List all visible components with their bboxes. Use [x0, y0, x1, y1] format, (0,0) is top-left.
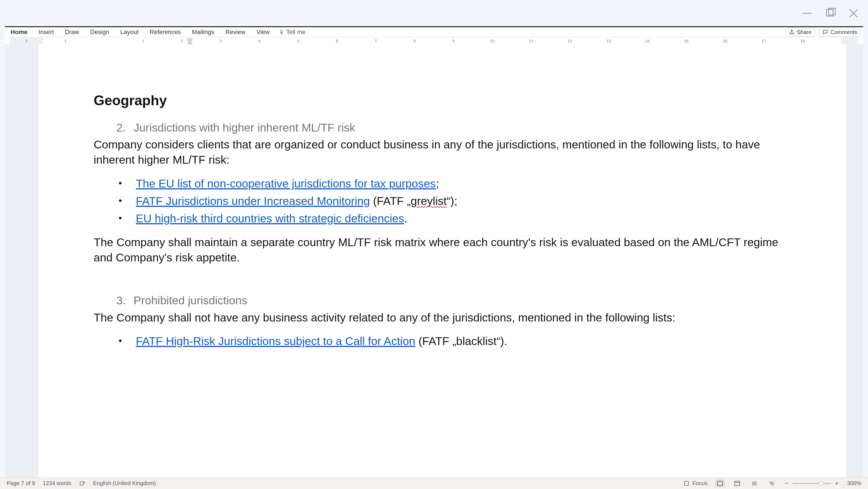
web-layout-icon: [734, 481, 740, 486]
tab-view[interactable]: View: [251, 27, 275, 37]
ruler-tick: 12: [567, 38, 572, 43]
list-heading-text: Prohibited jurisdictions: [133, 293, 247, 308]
text: “);: [447, 195, 458, 207]
svg-rect-11: [717, 481, 722, 486]
ruler-tick: 9: [452, 38, 455, 43]
numbered-heading-3: 3. Prohibited jurisdictions: [116, 293, 791, 308]
tab-references[interactable]: References: [144, 27, 187, 37]
ruler-tick: 13: [607, 38, 611, 43]
focus-mode-button[interactable]: Focus: [683, 480, 707, 487]
heading-geography: Geography: [94, 91, 791, 110]
document-workspace[interactable]: Geography 2. Jurisdictions with higher i…: [5, 44, 863, 477]
window-maximize-button[interactable]: [824, 7, 836, 20]
horizontal-ruler[interactable]: 2 1 1 2 3 4 5 6 7 8 9 10 11 12 13 14 15 …: [10, 37, 858, 44]
hyperlink-eu-high-risk[interactable]: EU high-risk third countries with strate…: [136, 212, 404, 225]
ruler-tick: 5: [297, 38, 299, 43]
tab-insert[interactable]: Insert: [33, 27, 59, 37]
status-word-count[interactable]: 1234 words: [43, 480, 71, 487]
text: (FATF „: [370, 195, 411, 207]
ruler-tick: 10: [490, 38, 495, 43]
tab-mailings[interactable]: Mailings: [187, 27, 220, 37]
window-minimize-button[interactable]: [801, 7, 813, 20]
list-item: FATF High-Risk Jurisdictions subject to …: [119, 334, 791, 349]
window-close-button[interactable]: [847, 7, 860, 20]
status-language[interactable]: English (United Kingdom): [93, 480, 156, 487]
ruler-tick: 2: [26, 38, 28, 43]
tell-me-search[interactable]: Tell me: [275, 27, 310, 37]
window-titlebar: [0, 0, 868, 26]
tab-review[interactable]: Review: [220, 27, 251, 37]
svg-rect-7: [80, 482, 84, 485]
lightbulb-icon: [279, 30, 284, 35]
tab-draw[interactable]: Draw: [59, 27, 85, 37]
svg-rect-10: [685, 481, 689, 485]
ruler-tick: 11: [529, 38, 533, 43]
svg-rect-12: [735, 481, 740, 486]
ribbon-container: Home Insert Draw Design Layout Reference…: [5, 26, 863, 44]
spelling-error[interactable]: greylist: [411, 195, 447, 207]
svg-marker-6: [187, 42, 192, 44]
ruler-tick: 2: [181, 38, 183, 43]
list-number: 2.: [116, 120, 126, 135]
paragraph: Company considers clients that are organ…: [94, 137, 791, 168]
comments-label: Comments: [830, 29, 857, 35]
ruler-tick: 15: [684, 38, 689, 43]
ruler-tick: 17: [762, 38, 766, 43]
document-page[interactable]: Geography 2. Jurisdictions with higher i…: [38, 44, 846, 477]
hyperlink-fatf-monitoring[interactable]: FATF Jurisdictions under Increased Monit…: [136, 195, 370, 207]
text: ;: [436, 177, 439, 190]
status-page[interactable]: Page 7 of 9: [7, 480, 35, 487]
tab-design[interactable]: Design: [85, 27, 115, 37]
print-layout-icon: [717, 481, 723, 486]
document-body[interactable]: Geography 2. Jurisdictions with higher i…: [94, 91, 791, 349]
zoom-out-button[interactable]: −: [784, 480, 789, 487]
ribbon-right-actions: Share Comments: [785, 27, 863, 37]
ruler-margin-right: [841, 37, 858, 44]
zoom-thumb[interactable]: [819, 481, 824, 486]
view-reading-button[interactable]: [750, 480, 759, 487]
view-outline-button[interactable]: [767, 480, 776, 487]
outline-icon: [769, 481, 775, 486]
zoom-track[interactable]: [792, 483, 831, 484]
list-item: The EU list of non-cooperative jurisdict…: [119, 176, 791, 191]
zoom-level[interactable]: 300%: [847, 480, 861, 487]
ruler-tick: 8: [413, 38, 416, 43]
hyperlink-eu-tax-list[interactable]: The EU list of non-cooperative jurisdict…: [136, 177, 436, 190]
tell-me-label: Tell me: [286, 29, 306, 36]
status-spellcheck[interactable]: [79, 481, 85, 487]
ruler-tick: 14: [645, 38, 650, 43]
ruler-tick: 3: [219, 38, 222, 43]
list-item: EU high-risk third countries with strate…: [119, 211, 791, 226]
comment-icon: [823, 29, 828, 35]
zoom-in-button[interactable]: +: [834, 480, 839, 487]
tab-home[interactable]: Home: [5, 27, 33, 37]
spellcheck-icon: [79, 481, 85, 487]
zoom-slider[interactable]: − +: [784, 480, 839, 487]
list-item: FATF Jurisdictions under Increased Monit…: [119, 194, 791, 209]
bullet-list: FATF High-Risk Jurisdictions subject to …: [94, 334, 791, 349]
ribbon-tabs-left: Home Insert Draw Design Layout Reference…: [5, 27, 309, 37]
hanging-indent-marker[interactable]: [187, 41, 192, 44]
ruler-tick: 6: [336, 38, 338, 43]
view-web-layout-button[interactable]: [733, 480, 742, 487]
ribbon-tabs: Home Insert Draw Design Layout Reference…: [5, 27, 863, 37]
focus-label: Focus: [692, 480, 707, 487]
tab-layout[interactable]: Layout: [115, 27, 144, 37]
ruler-tick: 16: [723, 38, 727, 43]
numbered-heading-2: 2. Jurisdictions with higher inherent ML…: [116, 120, 791, 135]
hyperlink-fatf-call-for-action[interactable]: FATF High-Risk Jurisdictions subject to …: [136, 335, 415, 348]
view-print-layout-button[interactable]: [715, 480, 725, 487]
share-button[interactable]: Share: [785, 28, 815, 37]
ruler-tick: 1: [64, 38, 66, 43]
list-heading-text: Jurisdictions with higher inherent ML/TF…: [133, 120, 355, 135]
share-icon: [789, 29, 795, 35]
text: .: [404, 212, 407, 225]
bullet-list: The EU list of non-cooperative jurisdict…: [94, 176, 791, 227]
paragraph: The Company shall not have any business …: [94, 310, 791, 325]
reading-icon: [751, 481, 757, 486]
spacing: [94, 273, 791, 293]
text: (FATF „blacklist“).: [415, 335, 507, 348]
share-label: Share: [797, 29, 811, 35]
comments-button[interactable]: Comments: [819, 28, 861, 37]
ruler-tick: 1: [142, 38, 144, 43]
